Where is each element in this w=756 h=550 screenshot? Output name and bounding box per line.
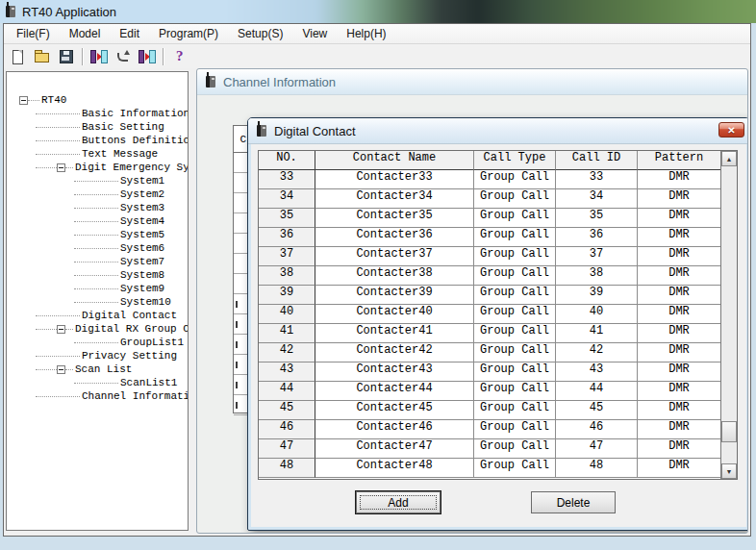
tree-item-buttons-definitions[interactable]: Buttons Definitions — [7, 134, 188, 147]
call-type-cell[interactable]: Group Call — [474, 343, 556, 362]
call-id-cell[interactable]: 38 — [556, 266, 638, 286]
collapse-toggle-icon[interactable] — [57, 163, 65, 172]
contact-name-cell[interactable]: Contacter34 — [315, 189, 474, 209]
tree-item-system2[interactable]: System2 — [7, 188, 188, 201]
contact-name-cell[interactable]: Contacter47 — [315, 439, 474, 459]
contact-name-cell[interactable]: Contacter48 — [315, 459, 474, 478]
read-from-radio-button[interactable] — [112, 46, 135, 67]
tree-item-system7[interactable]: System7 — [7, 255, 188, 268]
pattern-cell[interactable]: DMR — [638, 459, 720, 478]
call-id-cell[interactable]: 33 — [556, 170, 638, 189]
call-type-cell[interactable]: Group Call — [474, 362, 556, 382]
row-number[interactable]: 46 — [259, 420, 315, 439]
tree-item-system1[interactable]: System1 — [7, 174, 188, 188]
row-number[interactable]: 38 — [259, 266, 315, 286]
menu-item-edit[interactable]: Edit — [110, 24, 149, 43]
call-type-cell[interactable]: Group Call — [474, 459, 556, 478]
contact-name-cell[interactable]: Contacter40 — [315, 305, 474, 324]
call-id-cell[interactable]: 45 — [556, 401, 638, 420]
scroll-down-icon[interactable]: ▼ — [721, 463, 737, 479]
tree-item-system5[interactable]: System5 — [7, 228, 188, 241]
row-number[interactable]: 48 — [259, 459, 315, 478]
menu-item-program-p[interactable]: Program(P) — [149, 24, 228, 43]
row-number[interactable]: 47 — [259, 439, 315, 459]
contact-name-cell[interactable]: Contacter46 — [315, 420, 474, 439]
pattern-cell[interactable]: DMR — [638, 189, 720, 209]
save-file-button[interactable] — [55, 46, 78, 67]
collapse-toggle-icon[interactable] — [57, 365, 65, 374]
pattern-cell[interactable]: DMR — [638, 420, 720, 439]
call-type-cell[interactable]: Group Call — [474, 266, 556, 286]
row-number[interactable]: 45 — [259, 401, 315, 420]
collapse-toggle-icon[interactable] — [19, 96, 28, 105]
call-id-cell[interactable]: 46 — [556, 420, 638, 439]
pattern-cell[interactable]: DMR — [638, 439, 720, 459]
tree-item-rt40[interactable]: RT40 — [7, 93, 188, 107]
pattern-cell[interactable]: DMR — [638, 362, 720, 382]
pattern-cell[interactable]: DMR — [638, 209, 720, 228]
pattern-cell[interactable]: DMR — [638, 286, 720, 305]
row-number[interactable]: 41 — [259, 324, 315, 343]
row-number[interactable]: 36 — [259, 228, 315, 247]
tree-item-system8[interactable]: System8 — [7, 268, 188, 282]
call-type-cell[interactable]: Group Call — [474, 305, 556, 324]
tree-item-basic-setting[interactable]: Basic Setting — [7, 120, 188, 134]
tree-item-system4[interactable]: System4 — [7, 214, 188, 228]
pattern-cell[interactable]: DMR — [638, 305, 720, 324]
menu-item-model[interactable]: Model — [60, 24, 111, 43]
contact-name-cell[interactable]: Contacter33 — [315, 170, 474, 189]
row-number[interactable]: 40 — [259, 305, 315, 324]
tree-item-grouplist1[interactable]: GroupList1 — [7, 336, 188, 349]
row-number[interactable]: 37 — [259, 247, 315, 266]
pattern-cell[interactable]: DMR — [638, 228, 720, 247]
tree-item-digit-emergency-sys[interactable]: Digit Emergency Sys — [7, 161, 188, 174]
help-button[interactable] — [168, 46, 191, 67]
pattern-cell[interactable]: DMR — [638, 170, 720, 189]
menu-item-help-h[interactable]: Help(H) — [337, 24, 395, 43]
menu-item-file-f[interactable]: File(F) — [7, 24, 60, 43]
delete-button[interactable]: Delete — [531, 491, 616, 513]
table-scrollbar[interactable]: ▲ ▼ — [720, 151, 737, 479]
call-type-cell[interactable]: Group Call — [474, 286, 556, 305]
window-titlebar[interactable]: RT40 Application — [0, 0, 756, 23]
call-type-cell[interactable]: Group Call — [474, 247, 556, 266]
pattern-cell[interactable]: DMR — [638, 247, 720, 266]
call-id-cell[interactable]: 47 — [556, 439, 638, 459]
dialog-titlebar[interactable]: Digital Contact ✕ — [248, 118, 748, 144]
tree-item-scanlist1[interactable]: ScanList1 — [7, 376, 188, 389]
contact-name-cell[interactable]: Contacter36 — [315, 228, 474, 247]
pattern-cell[interactable]: DMR — [638, 343, 720, 362]
call-type-cell[interactable]: Group Call — [474, 170, 556, 189]
scrollbar-thumb[interactable] — [721, 421, 737, 442]
call-id-cell[interactable]: 40 — [556, 305, 638, 324]
row-number[interactable]: 34 — [259, 189, 315, 209]
call-type-cell[interactable]: Group Call — [474, 324, 556, 343]
add-button[interactable]: Add — [356, 491, 441, 513]
call-id-cell[interactable]: 37 — [556, 247, 638, 266]
row-number[interactable]: 43 — [259, 362, 315, 382]
new-file-button[interactable] — [7, 46, 30, 67]
write-to-radio-button[interactable] — [136, 46, 159, 67]
pattern-cell[interactable]: DMR — [638, 324, 720, 343]
menu-item-setup-s[interactable]: Setup(S) — [228, 24, 292, 43]
pattern-cell[interactable]: DMR — [638, 382, 720, 401]
row-number[interactable]: 39 — [259, 286, 315, 305]
tree-item-system10[interactable]: System10 — [7, 295, 188, 309]
scroll-up-icon[interactable]: ▲ — [721, 151, 737, 166]
contact-name-cell[interactable]: Contacter45 — [315, 401, 474, 420]
tree-item-basic-information[interactable]: Basic Information — [7, 107, 188, 120]
contact-name-cell[interactable]: Contacter42 — [315, 343, 474, 362]
contact-name-cell[interactable]: Contacter38 — [315, 266, 474, 286]
row-number[interactable]: 42 — [259, 343, 315, 362]
pattern-cell[interactable]: DMR — [638, 401, 720, 420]
call-id-cell[interactable]: 34 — [556, 189, 638, 209]
row-number[interactable]: 35 — [259, 209, 315, 228]
tree-item-system9[interactable]: System9 — [7, 282, 188, 295]
row-number[interactable]: 44 — [259, 382, 315, 401]
tree-item-system6[interactable]: System6 — [7, 241, 188, 255]
call-id-cell[interactable]: 35 — [556, 209, 638, 228]
collapse-toggle-icon[interactable] — [57, 325, 65, 334]
call-id-cell[interactable]: 43 — [556, 362, 638, 382]
contact-name-cell[interactable]: Contacter43 — [315, 362, 474, 382]
call-id-cell[interactable]: 41 — [556, 324, 638, 343]
